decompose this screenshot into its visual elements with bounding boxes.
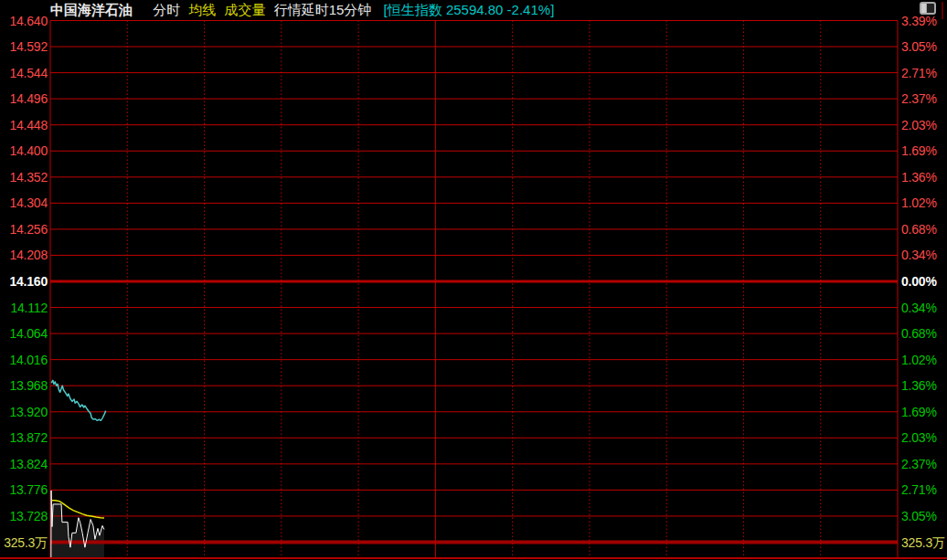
percent-axis-label: 3.05% (901, 509, 947, 523)
percent-axis-label: 2.71% (901, 66, 947, 80)
percent-axis-label: 0.68% (901, 326, 947, 341)
percent-axis-label: 1.36% (901, 170, 947, 185)
stock-name: 中国海洋石油 (50, 1, 133, 19)
price-axis-label: 14.064 (0, 326, 48, 341)
price-axis-label: 13.920 (0, 405, 48, 419)
price-axis-label: 14.544 (0, 66, 48, 80)
price-line (51, 380, 106, 420)
percent-axis-label: 0.34% (901, 301, 947, 315)
percent-axis-label: 1.02% (901, 195, 947, 210)
delay-notice: 行情延时15分钟 (274, 1, 372, 19)
tab-timeshare[interactable]: 分时 (153, 1, 180, 19)
price-axis-label: 14.304 (0, 195, 48, 210)
stock-chart-app: 中国海洋石油 分时 均线 成交量 行情延时15分钟 [恒生指数 25594.80… (0, 0, 947, 560)
percent-axis-label: 3.05% (901, 39, 947, 54)
price-axis-label: 14.112 (0, 301, 48, 315)
percent-axis-label: 2.37% (901, 457, 947, 471)
title-bar: 中国海洋石油 分时 均线 成交量 行情延时15分钟 [恒生指数 25594.80… (50, 1, 554, 19)
panel-toggle-icon[interactable] (920, 2, 936, 15)
price-axis-label: 14.496 (0, 91, 48, 106)
percent-axis-label: 2.03% (901, 118, 947, 132)
price-axis-label: 14.256 (0, 222, 48, 237)
volume-scale-label-l: 325.3万 (0, 535, 48, 550)
price-axis-label: 14.352 (0, 170, 48, 185)
price-axis-label: 14.208 (0, 248, 48, 262)
percent-axis-label: 1.02% (901, 353, 947, 367)
chart-canvas[interactable] (0, 0, 947, 560)
percent-axis-label: 2.37% (901, 91, 947, 106)
percent-axis-label: 1.69% (901, 405, 947, 419)
price-axis-label: 13.968 (0, 378, 48, 393)
index-ticker[interactable]: [恒生指数 25594.80 -2.41%] (384, 1, 555, 19)
volume-scale-label-r: 325.3万 (901, 535, 947, 550)
panel-toggle-icon-pane (921, 4, 927, 13)
percent-axis-label: 2.71% (901, 482, 947, 497)
percent-axis-label: 0.34% (901, 248, 947, 262)
tab-ma[interactable]: 均线 (188, 1, 216, 19)
price-axis-label: 14.448 (0, 118, 48, 132)
price-axis-label: 14.160 (0, 274, 48, 289)
percent-axis-label: 2.03% (901, 430, 947, 445)
tab-volume[interactable]: 成交量 (225, 1, 266, 19)
price-axis-label: 13.728 (0, 509, 48, 523)
price-axis-label: 14.640 (0, 14, 48, 28)
price-axis-label: 14.400 (0, 143, 48, 158)
percent-axis-label: 1.69% (901, 143, 947, 158)
price-axis-label: 13.872 (0, 430, 48, 445)
percent-axis-label: 0.68% (901, 222, 947, 237)
price-axis-label: 14.016 (0, 353, 48, 367)
percent-axis-label: 0.00% (901, 274, 947, 289)
price-axis-label: 14.592 (0, 39, 48, 54)
percent-axis-label: 3.39% (901, 14, 947, 28)
price-axis-label: 13.824 (0, 457, 48, 471)
percent-axis-label: 1.36% (901, 378, 947, 393)
price-axis-label: 13.776 (0, 482, 48, 497)
